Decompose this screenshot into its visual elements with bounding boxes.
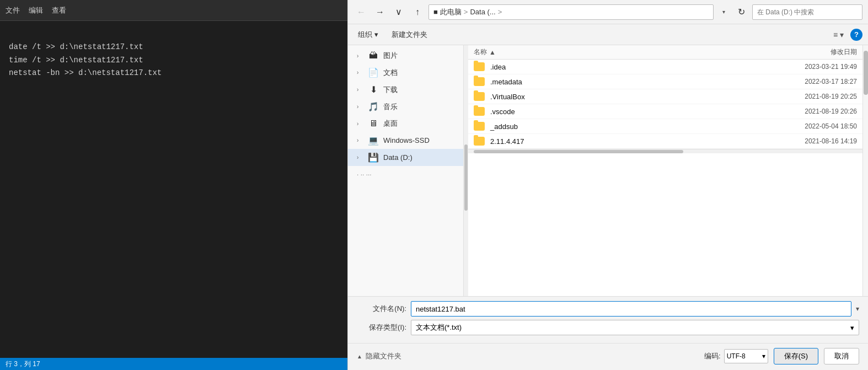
filename-row: 文件名(N): ▾ (357, 301, 859, 317)
downloads-icon: ⬇ (368, 84, 379, 95)
dialog-footer: ▲ 隐藏文件夹 编码: UTF-8 ▾ 保存(S) 取消 (348, 343, 868, 370)
file-name: .VirtualBox (490, 93, 763, 101)
dropdown-button[interactable]: ∨ (391, 4, 406, 20)
sidebar-item-desktop[interactable]: › 🖥 桌面 (348, 115, 463, 132)
file-date: 2023-03-21 19:49 (769, 63, 857, 71)
horizontal-scrollbar-thumb (474, 150, 683, 153)
encoding-label: 编码: (704, 351, 721, 361)
chevron-icon: › (357, 137, 363, 143)
hide-folder-toggle[interactable]: ▲ 隐藏文件夹 (357, 351, 401, 361)
editor-content[interactable]: date /t >> d:\netstat1217.txt time /t >>… (0, 21, 347, 358)
sidebar-label-music: 音乐 (383, 102, 398, 112)
chevron-icon: › (357, 87, 363, 93)
chevron-icon: › (357, 53, 363, 59)
sidebar-item-documents[interactable]: › 📄 文档 (348, 64, 463, 81)
data-d-icon: 💾 (368, 152, 379, 163)
column-date[interactable]: 修改日期 (769, 47, 857, 57)
sidebar-item-downloads[interactable]: › ⬇ 下载 (348, 81, 463, 98)
forward-button[interactable]: → (372, 4, 388, 20)
menu-file[interactable]: 文件 (6, 6, 20, 15)
cursor-position: 行 3，列 17 (6, 360, 40, 369)
encoding-value: UTF-8 (727, 352, 746, 360)
encoding-select[interactable]: UTF-8 ▾ (724, 349, 768, 363)
sidebar-label-data-d: Data (D:) (383, 153, 412, 162)
folder-icon (474, 122, 485, 131)
chevron-icon: › (357, 121, 363, 127)
table-row[interactable]: _addsub 2022-05-04 18:50 (468, 119, 862, 134)
editor-line3: netstat -bn >> d:\netstat1217.txt (9, 68, 162, 77)
address-prefix: ■ (433, 8, 438, 16)
file-name: .vscode (490, 108, 763, 116)
dialog-body: › 🏔 图片 › 📄 文档 › ⬇ 下载 › 🎵 音乐 › 🖥 (348, 45, 868, 296)
back-button[interactable]: ← (353, 4, 369, 20)
file-list-scrollbar[interactable] (862, 45, 868, 296)
filetype-value: 文本文档(*.txt) (416, 323, 462, 333)
address-dropdown-button[interactable]: ▾ (717, 4, 730, 20)
sidebar-item-music[interactable]: › 🎵 音乐 (348, 98, 463, 115)
filetype-dropdown[interactable]: 文本文档(*.txt) ▾ (411, 320, 859, 335)
help-button[interactable]: ? (850, 29, 862, 41)
filename-input[interactable] (411, 301, 851, 317)
address-bar[interactable]: ■ 此电脑 > Data (... > (428, 4, 714, 20)
editor-panel: 文件 编辑 查看 date /t >> d:\netstat1217.txt t… (0, 0, 347, 370)
organize-button[interactable]: 组织 ▾ (353, 28, 383, 42)
sidebar-scrollbar[interactable] (464, 45, 468, 296)
up-button[interactable]: ↑ (410, 4, 425, 20)
file-name: _addsub (490, 122, 763, 131)
file-date: 2021-08-16 14:19 (769, 137, 857, 145)
sidebar-scrollbar-thumb (464, 144, 468, 211)
search-input[interactable] (752, 4, 862, 20)
windows-ssd-icon: 💻 (368, 135, 379, 146)
sidebar-label-desktop: 桌面 (383, 119, 398, 128)
sort-icon: ▲ (489, 49, 496, 56)
table-row[interactable]: .vscode 2021-08-19 20:26 (468, 104, 862, 119)
menu-view[interactable]: 查看 (52, 6, 66, 15)
cancel-button[interactable]: 取消 (824, 348, 859, 364)
pictures-icon: 🏔 (368, 51, 379, 61)
horizontal-scrollbar[interactable] (468, 149, 862, 153)
sidebar-item-windows-ssd[interactable]: › 💻 Windows-SSD (348, 132, 463, 149)
new-folder-button[interactable]: 新建文件夹 (387, 28, 432, 42)
view-button[interactable]: ≡ ▾ (831, 28, 846, 41)
address-sep1: > (464, 8, 468, 16)
editor-line1: date /t >> d:\netstat1217.txt (9, 42, 143, 51)
encoding-group: 编码: UTF-8 ▾ (704, 349, 768, 363)
address-part2: Data (... (470, 8, 495, 16)
filetype-row: 保存类型(I): 文本文档(*.txt) ▾ (357, 320, 859, 335)
encoding-dropdown-icon: ▾ (762, 352, 765, 360)
address-sep2: > (498, 8, 502, 16)
file-name: 2.11.4.417 (490, 137, 763, 146)
documents-icon: 📄 (368, 67, 379, 78)
table-row[interactable]: .metadata 2022-03-17 18:27 (468, 74, 862, 89)
sidebar-label-downloads: 下载 (383, 85, 398, 95)
menu-edit[interactable]: 编辑 (29, 6, 43, 15)
folder-icon (474, 77, 485, 86)
filetype-dropdown-icon: ▾ (850, 324, 854, 332)
table-row[interactable]: .idea 2023-03-21 19:49 (468, 60, 862, 74)
file-dialog: ← → ∨ ↑ ■ 此电脑 > Data (... > ▾ ↻ 组织 ▾ 新建文… (347, 0, 868, 370)
sidebar-label-pictures: 图片 (383, 51, 398, 61)
dialog-bottom-fields: 文件名(N): ▾ 保存类型(I): 文本文档(*.txt) ▾ (348, 296, 868, 343)
file-list: .idea 2023-03-21 19:49 .metadata 2022-03… (468, 60, 862, 296)
file-date: 2022-03-17 18:27 (769, 78, 857, 85)
sidebar-label-windows-ssd: Windows-SSD (383, 136, 430, 144)
folder-icon (474, 137, 485, 146)
chevron-up-icon: ▲ (357, 353, 362, 360)
file-name: .metadata (490, 78, 763, 86)
music-icon: 🎵 (368, 101, 379, 112)
file-date: 2021-08-19 20:26 (769, 108, 857, 115)
desktop-icon: 🖥 (368, 119, 379, 128)
table-row[interactable]: 2.11.4.417 2021-08-16 14:19 (468, 134, 862, 149)
table-row[interactable]: .VirtualBox 2021-08-19 20:25 (468, 89, 862, 104)
file-date: 2021-08-19 20:25 (769, 93, 857, 100)
editor-statusbar: 行 3，列 17 (0, 358, 347, 370)
address-part1: 此电脑 (440, 7, 462, 17)
save-button[interactable]: 保存(S) (774, 348, 818, 364)
sidebar-item-pictures[interactable]: › 🏔 图片 (348, 47, 463, 64)
column-name[interactable]: 名称 ▲ (474, 47, 763, 57)
refresh-button[interactable]: ↻ (733, 4, 749, 20)
file-name: .idea (490, 63, 763, 71)
folder-icon (474, 107, 485, 116)
sidebar-item-data-d[interactable]: › 💾 Data (D:) (348, 149, 463, 166)
chevron-icon: › (357, 154, 363, 160)
